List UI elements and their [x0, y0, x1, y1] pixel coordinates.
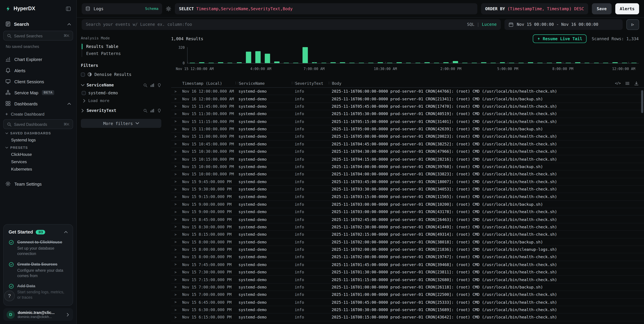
table-row[interactable]: >Nov 15 8:00:00.000 PMsystemd-demoinfo20…	[171, 253, 644, 261]
table-row[interactable]: >Nov 15 7:45:00.000 PMsystemd-demoinfo20…	[171, 261, 644, 268]
table-row[interactable]: >Nov 15 8:45:00.000 PMsystemd-demoinfo20…	[171, 216, 644, 223]
histogram-bar[interactable]	[349, 63, 354, 63]
column-header-body[interactable]: ⋮⋮ Body	[328, 81, 644, 85]
alerts-button[interactable]: Alerts	[615, 3, 639, 14]
facet-search-icon[interactable]	[143, 83, 147, 87]
histogram-bar[interactable]	[396, 62, 402, 63]
histogram-bar[interactable]	[584, 63, 590, 63]
source-settings-gear-icon[interactable]	[166, 6, 171, 11]
histogram-bar[interactable]	[190, 63, 195, 63]
histogram-bar[interactable]	[265, 54, 270, 63]
histogram-bar[interactable]	[293, 63, 298, 63]
download-icon[interactable]	[634, 81, 639, 85]
histogram-bar[interactable]	[415, 63, 420, 63]
histogram-bar[interactable]	[424, 62, 430, 63]
sidebar-item-service-map[interactable]: Service Map BETA	[0, 87, 76, 98]
sidebar-item-team-settings[interactable]: Team Settings	[0, 178, 76, 189]
row-expand-icon[interactable]: >	[171, 127, 178, 131]
select-clause-input[interactable]: SELECT Timestamp,ServiceName,SeverityTex…	[175, 3, 478, 14]
get-started-step[interactable]: Add Data Start sending logs, metrics, or…	[8, 283, 68, 300]
sidebar-item-kubernetes[interactable]: Kubernetes	[0, 165, 76, 172]
histogram-bar[interactable]	[378, 62, 383, 63]
sidebar-item-clickhouse[interactable]: ClickHouse	[0, 151, 76, 158]
row-expand-icon[interactable]: >	[171, 247, 178, 251]
table-row[interactable]: >Nov 16 12:00:00.000 AMsystemd-demoinfo2…	[171, 95, 644, 103]
facet-chart-icon[interactable]	[150, 83, 154, 87]
histogram-bar[interactable]	[284, 62, 289, 63]
row-expand-icon[interactable]: >	[171, 255, 178, 259]
table-row[interactable]: >Nov 15 6:30:00.000 PMsystemd-demoinfo20…	[171, 306, 644, 314]
row-expand-icon[interactable]: >	[171, 142, 178, 146]
row-expand-icon[interactable]: >	[171, 97, 178, 101]
table-row[interactable]: >Nov 15 10:15:00.000 PMsystemd-demoinfo2…	[171, 156, 644, 163]
scrollbar-thumb[interactable]	[641, 90, 643, 113]
row-expand-icon[interactable]: >	[171, 262, 178, 266]
drag-handle-icon[interactable]: ⋮⋮	[234, 82, 237, 85]
histogram-bar[interactable]	[274, 62, 280, 63]
row-expand-icon[interactable]: >	[171, 119, 178, 123]
row-expand-icon[interactable]: >	[171, 195, 178, 199]
results-scrollbar[interactable]	[641, 90, 643, 323]
get-started-step[interactable]: Connect to ClickHouse Set up your databa…	[8, 239, 68, 257]
histogram-bar[interactable]	[622, 62, 627, 63]
row-expand-icon[interactable]: >	[171, 270, 178, 274]
row-expand-icon[interactable]: >	[171, 293, 178, 297]
histogram-bar[interactable]	[632, 63, 636, 63]
histogram-bar[interactable]	[528, 62, 533, 63]
histogram-bar[interactable]	[566, 62, 571, 63]
table-row[interactable]: >Nov 15 8:00:00.000 PMsystemd-demoinfo20…	[171, 238, 644, 246]
histogram-bar[interactable]	[199, 62, 204, 63]
histogram-bar[interactable]	[340, 62, 345, 63]
table-row[interactable]: >Nov 15 9:30:00.000 PMsystemd-demoinfo20…	[171, 186, 644, 193]
row-expand-icon[interactable]: >	[171, 232, 178, 236]
histogram-bar[interactable]	[537, 63, 542, 63]
row-expand-icon[interactable]: >	[171, 104, 178, 108]
view-source-icon[interactable]: </>	[615, 81, 621, 85]
denoise-results-checkbox-row[interactable]: Denoise Results	[81, 71, 161, 78]
facet-severitytext-header[interactable]: SeverityText	[81, 108, 161, 113]
save-button[interactable]: Save	[592, 3, 612, 14]
row-expand-icon[interactable]: >	[171, 157, 178, 161]
histogram-bar[interactable]	[556, 62, 562, 63]
facet-chart-icon[interactable]	[150, 108, 154, 112]
facet-servicename-header[interactable]: ServiceName	[81, 83, 161, 87]
more-filters-button[interactable]: More filters	[81, 119, 161, 128]
histogram-bar[interactable]	[330, 62, 336, 63]
row-expand-icon[interactable]: >	[171, 89, 178, 93]
event-search-input[interactable]: SQL | Lucene	[82, 19, 501, 30]
histogram-bar[interactable]	[368, 63, 373, 63]
row-expand-icon[interactable]: >	[171, 164, 178, 168]
checkbox[interactable]	[82, 91, 86, 95]
table-row[interactable]: >Nov 15 9:00:00.000 PMsystemd-demoinfo20…	[171, 208, 644, 216]
histogram-bar[interactable]	[218, 62, 223, 63]
histogram-bar[interactable]	[246, 52, 251, 63]
row-expand-icon[interactable]: >	[171, 179, 178, 184]
orderby-clause-input[interactable]: ORDER BY (TimestampTime, Timestamp) DESC	[481, 3, 588, 14]
row-expand-icon[interactable]: >	[171, 225, 178, 229]
saved-searches-input[interactable]: ⌘K	[3, 31, 73, 40]
facet-option-systemd-demo[interactable]: systemd-demo	[82, 90, 162, 96]
histogram-bar[interactable]	[575, 62, 580, 63]
histogram-bar[interactable]	[500, 62, 505, 63]
histogram-bar[interactable]	[434, 63, 439, 63]
table-row[interactable]: >Nov 15 7:30:00.000 PMsystemd-demoinfo20…	[171, 268, 644, 276]
histogram-bar[interactable]	[227, 62, 232, 63]
table-row[interactable]: >Nov 15 7:15:00.000 PMsystemd-demoinfo20…	[171, 276, 644, 284]
table-row[interactable]: >Nov 15 8:15:00.000 PMsystemd-demoinfo20…	[171, 231, 644, 238]
column-header-servicename[interactable]: ⋮⋮ ServiceName	[234, 81, 290, 85]
table-row[interactable]: >Nov 15 11:00:00.000 PMsystemd-demoinfo2…	[171, 125, 644, 133]
sidebar-item-dashboards[interactable]: Dashboards	[0, 98, 76, 109]
saved-dashboards-section-header[interactable]: SAVED DASHBOARDS	[0, 129, 76, 136]
histogram-bar[interactable]	[236, 62, 242, 63]
mode-event-patterns[interactable]: Event Patterns	[82, 50, 161, 57]
histogram-bar[interactable]	[321, 63, 326, 63]
row-expand-icon[interactable]: >	[171, 300, 178, 304]
histogram-bar[interactable]	[443, 62, 448, 63]
row-expand-icon[interactable]: >	[171, 210, 178, 214]
histogram-plot[interactable]	[187, 47, 639, 63]
histogram-bar[interactable]	[256, 51, 260, 63]
table-row[interactable]: >Nov 15 10:45:00.000 PMsystemd-demoinfo2…	[171, 140, 644, 148]
facet-pin-icon[interactable]	[157, 108, 161, 112]
histogram-bar[interactable]	[208, 63, 214, 63]
row-expand-icon[interactable]: >	[171, 172, 178, 176]
